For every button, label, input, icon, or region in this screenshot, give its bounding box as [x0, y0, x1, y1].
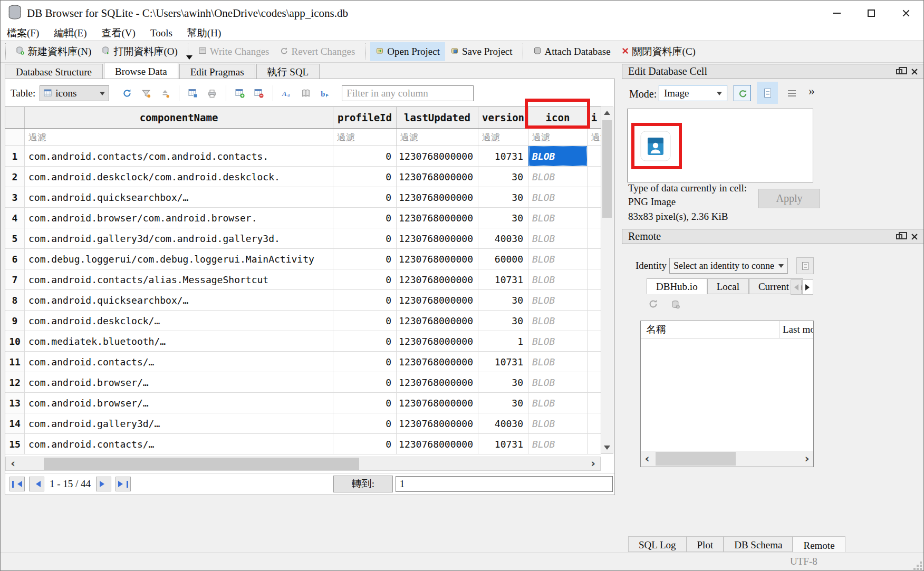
clear-sort-button[interactable]	[156, 85, 175, 102]
previous-page-button[interactable]	[29, 477, 44, 491]
dock-tab-plot[interactable]: Plot	[687, 536, 724, 552]
cell-icon-blob[interactable]: BLOB	[528, 372, 588, 392]
text-view-button[interactable]	[757, 82, 778, 104]
minimize-button[interactable]	[819, 1, 854, 26]
dictionary-button[interactable]	[296, 85, 315, 102]
clear-filters-button[interactable]	[137, 85, 156, 102]
cell-icon-blob[interactable]: BLOB	[528, 331, 588, 351]
column-header-componentName[interactable]: componentName	[25, 107, 333, 128]
cell-lastUpdated[interactable]: 1230768000000	[397, 331, 478, 351]
save-table-button[interactable]	[184, 85, 203, 102]
scroll-down-button[interactable]	[601, 442, 613, 453]
cell-lastUpdated[interactable]: 1230768000000	[397, 228, 478, 248]
cell-icon-blob[interactable]: BLOB	[528, 146, 588, 166]
cell-partial[interactable]	[588, 331, 601, 351]
goto-record-button[interactable]: 轉到:	[333, 476, 393, 492]
tab-database-structure[interactable]: Database Structure	[5, 64, 103, 79]
horizontal-scroll-thumb[interactable]	[44, 458, 359, 470]
cell-partial[interactable]	[588, 352, 601, 372]
close-panel-icon[interactable]	[911, 68, 918, 75]
cell-profileId[interactable]: 0	[333, 146, 397, 166]
cell-profileId[interactable]: 0	[333, 352, 397, 372]
import-certificate-button[interactable]	[796, 257, 814, 274]
attach-database-button[interactable]: Attach Database	[528, 42, 616, 61]
cell-partial[interactable]	[588, 146, 601, 166]
cell-componentName[interactable]: com.android.contacts/com.android.contact…	[25, 146, 333, 166]
identity-select[interactable]: Select an identity to conne	[669, 258, 788, 274]
cell-componentName[interactable]: com.android.contacts/…	[25, 352, 333, 372]
remote-list-column-name[interactable]: 名稱	[641, 321, 780, 338]
cell-profileId[interactable]: 0	[333, 249, 397, 269]
font-settings-button[interactable]: Aa	[277, 85, 296, 102]
cell-profileId[interactable]: 0	[333, 269, 397, 289]
new-database-button[interactable]: 新建資料庫(N)	[11, 41, 97, 62]
column-header-icon[interactable]: icon	[528, 107, 588, 128]
table-select[interactable]: icons	[40, 85, 109, 101]
cell-profileId[interactable]: 0	[333, 290, 397, 310]
cell-icon-blob[interactable]: BLOB	[528, 393, 588, 413]
apply-button[interactable]: Apply	[758, 189, 820, 208]
cell-lastUpdated[interactable]: 1230768000000	[397, 167, 478, 187]
cell-profileId[interactable]: 0	[333, 413, 397, 433]
cell-componentName[interactable]: com.mediatek.bluetooth/…	[25, 331, 333, 351]
menu-view[interactable]: 查看(V)	[102, 26, 136, 40]
cell-partial[interactable]	[588, 167, 601, 187]
cell-lastUpdated[interactable]: 1230768000000	[397, 269, 478, 289]
cell-partial[interactable]	[588, 393, 601, 413]
float-panel-icon[interactable]	[896, 234, 902, 239]
filter-any-column-input[interactable]	[342, 85, 474, 101]
maximize-button[interactable]	[854, 1, 889, 26]
float-panel-icon[interactable]	[896, 69, 902, 74]
word-wrap-button[interactable]	[784, 88, 799, 99]
insert-record-button[interactable]	[230, 85, 249, 102]
cell-partial[interactable]	[588, 372, 601, 392]
cell-icon-blob[interactable]: BLOB	[528, 413, 588, 433]
open-project-button[interactable]: Open Project	[370, 42, 445, 61]
open-database-dropdown-arrow-icon[interactable]	[186, 55, 192, 63]
cell-icon-blob[interactable]: BLOB	[528, 249, 588, 269]
cell-partial[interactable]	[588, 269, 601, 289]
cell-profileId[interactable]: 0	[333, 167, 397, 187]
open-database-button[interactable]: 打開資料庫(O)	[97, 41, 182, 62]
cell-componentName[interactable]: com.debug.loggerui/com.debug.loggerui.Ma…	[25, 249, 333, 269]
resize-grip[interactable]	[920, 568, 922, 570]
scroll-up-button[interactable]	[601, 107, 613, 119]
cell-profileId[interactable]: 0	[333, 372, 397, 392]
cell-componentName[interactable]: com.android.browser/com.android.browser.	[25, 208, 333, 228]
remote-tab-dbhub[interactable]: DBHub.io	[647, 278, 707, 294]
next-page-button[interactable]	[96, 477, 111, 491]
filter-partial[interactable]: 過濾	[588, 129, 601, 146]
cell-version[interactable]: 30	[478, 393, 528, 413]
cell-profileId[interactable]: 0	[333, 187, 397, 207]
cell-componentName[interactable]: com.android.browser/…	[25, 372, 333, 392]
cell-version[interactable]: 10731	[478, 434, 528, 454]
menu-help[interactable]: 幫助(H)	[187, 26, 221, 40]
write-changes-button[interactable]: Write Changes	[193, 42, 275, 61]
cell-icon-blob[interactable]: BLOB	[528, 208, 588, 228]
cell-partial[interactable]	[588, 413, 601, 433]
column-header-lastUpdated[interactable]: lastUpdated	[397, 107, 478, 128]
menu-edit[interactable]: 編輯(E)	[54, 26, 86, 40]
scroll-left-button[interactable]: ‹	[641, 451, 653, 467]
tab-browse-data[interactable]: Browse Data	[104, 63, 178, 79]
cell-version[interactable]: 30	[478, 290, 528, 310]
cell-partial[interactable]	[588, 249, 601, 269]
cell-icon-blob[interactable]: BLOB	[528, 269, 588, 289]
filter-version[interactable]: 過濾	[478, 129, 528, 146]
cell-lastUpdated[interactable]: 1230768000000	[397, 146, 478, 166]
cell-profileId[interactable]: 0	[333, 331, 397, 351]
column-header-version[interactable]: version	[478, 107, 528, 128]
cell-profileId[interactable]: 0	[333, 228, 397, 248]
cell-lastUpdated[interactable]: 1230768000000	[397, 352, 478, 372]
cell-version[interactable]: 10731	[478, 352, 528, 372]
menu-tools[interactable]: Tools	[150, 27, 172, 39]
cell-profileId[interactable]: 0	[333, 393, 397, 413]
dock-tab-db-schema[interactable]: DB Schema	[724, 536, 793, 552]
cell-partial[interactable]	[588, 434, 601, 454]
cell-version[interactable]: 10731	[478, 146, 528, 166]
conditional-format-button[interactable]: b	[315, 85, 334, 102]
cell-partial[interactable]	[588, 290, 601, 310]
toolbar-overflow-button[interactable]: »	[808, 84, 815, 98]
cell-version[interactable]: 1	[478, 331, 528, 351]
cell-lastUpdated[interactable]: 1230768000000	[397, 372, 478, 392]
